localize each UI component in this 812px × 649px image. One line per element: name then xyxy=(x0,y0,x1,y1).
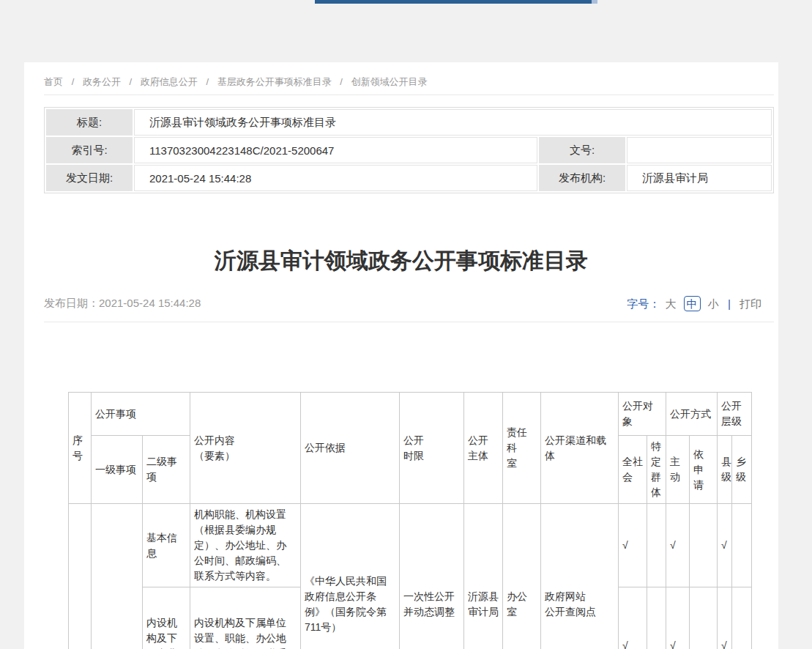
article-toolbar: 发布日期：2021-05-24 15:44:28 字号： 大 中 小 | 打印 xyxy=(44,296,761,311)
cell-item-l1 xyxy=(92,504,143,649)
cell-mark-active: √ xyxy=(666,587,690,649)
cell-mark-all: √ xyxy=(619,587,647,649)
cell-mark-town xyxy=(732,587,752,649)
meta-agency-value: 沂源县审计局 xyxy=(627,165,772,191)
meta-docno-value xyxy=(627,137,772,163)
col-header-seq: 序 号 xyxy=(69,393,92,504)
top-nav-active-indicator xyxy=(315,0,592,4)
cell-item-l2: 基本信 息 xyxy=(143,504,190,587)
breadcrumb-link-info[interactable]: 政府信息公开 xyxy=(141,76,198,87)
font-size-tools: 字号： 大 中 小 | 打印 xyxy=(627,296,761,311)
col-header-item-l1: 一级事项 xyxy=(92,436,143,504)
col-header-target-specific: 特 定 群 体 xyxy=(647,436,666,504)
cell-basis: 《中华人民共和国 政府信息公开条 例》（国务院令第 711号） xyxy=(301,504,400,649)
meta-docno-label: 文号: xyxy=(539,137,625,163)
col-header-time-limit: 公开 时限 xyxy=(400,393,464,504)
col-header-level-group: 公开 层级 xyxy=(718,393,752,436)
font-size-label: 字号： xyxy=(627,297,660,310)
cell-content: 内设机构及下属单位 设置、职能、办公地 址、办公时间、联系 方式、负责人姓名等 xyxy=(190,587,301,649)
cell-dept: 办公室 xyxy=(503,504,541,649)
cell-mark-request xyxy=(690,504,718,587)
cell-subject: 沂源县 审计局 xyxy=(464,504,503,649)
breadcrumb-separator: / xyxy=(340,76,343,87)
cell-content: 机构职能、机构设置 （根据县委编办规 定）、办公地址、办 公时间、邮政编码、 联… xyxy=(190,504,301,587)
toolbar-divider-line xyxy=(44,322,774,322)
publish-date-label: 发布日期： xyxy=(44,297,99,309)
cell-mark-active: √ xyxy=(666,504,690,587)
cell-time-limit: 一次性公开 并动态调整 xyxy=(400,504,464,649)
catalog-table-container: 序 号 公开事项 公开内容 （要素） 公开依据 公开 时限 公开 主体 责任科 … xyxy=(68,392,778,649)
print-button[interactable]: 打印 xyxy=(740,297,761,310)
cell-mark-town xyxy=(732,504,752,587)
top-nav-indicator-tip xyxy=(592,0,597,4)
breadcrumb-separator: / xyxy=(72,76,75,87)
cell-mark-specific xyxy=(647,587,666,649)
breadcrumb-link-zhengwu[interactable]: 政务公开 xyxy=(83,76,121,87)
breadcrumb-separator: / xyxy=(206,76,209,87)
breadcrumb-link-home[interactable]: 首页 xyxy=(44,76,63,87)
meta-index-label: 索引号: xyxy=(46,137,133,163)
col-header-item-group: 公开事项 xyxy=(92,393,190,436)
cell-mark-specific xyxy=(647,504,666,587)
breadcrumb-link-innovation[interactable]: 创新领域公开目录 xyxy=(351,76,428,87)
publish-date: 发布日期：2021-05-24 15:44:28 xyxy=(44,297,201,311)
meta-date-label: 发文日期: xyxy=(46,165,133,191)
cell-mark-all: √ xyxy=(619,504,647,587)
col-header-content: 公开内容 （要素） xyxy=(190,393,301,504)
table-row: 基本信 息 机构职能、机构设置 （根据县委编办规 定）、办公地址、办 公时间、邮… xyxy=(69,504,752,587)
font-size-small-button[interactable]: 小 xyxy=(708,297,719,310)
col-header-target-all: 全社 会 xyxy=(619,436,647,504)
page-title: 沂源县审计领域政务公开事项标准目录 xyxy=(24,246,778,276)
col-header-level-town: 乡 级 xyxy=(732,436,752,504)
meta-date-value: 2021-05-24 15:44:28 xyxy=(134,165,537,191)
content-card: 首页 / 政务公开 / 政府信息公开 / 基层政务公开事项标准目录 / 创新领域… xyxy=(24,62,778,649)
font-size-large-button[interactable]: 大 xyxy=(665,297,676,310)
meta-agency-label: 发布机构: xyxy=(539,165,625,191)
breadcrumb-divider xyxy=(44,94,774,95)
col-header-method-active: 主 动 xyxy=(666,436,690,504)
breadcrumb-separator: / xyxy=(130,76,133,87)
breadcrumb: 首页 / 政务公开 / 政府信息公开 / 基层政务公开事项标准目录 / 创新领域… xyxy=(24,62,778,89)
font-size-medium-button[interactable]: 中 xyxy=(684,296,701,311)
toolbar-divider: | xyxy=(728,297,731,310)
col-header-subject: 公开 主体 xyxy=(464,393,503,504)
document-meta-table: 标题: 沂源县审计领域政务公开事项标准目录 索引号: 1137032300422… xyxy=(44,107,774,193)
meta-title-label: 标题: xyxy=(46,109,133,136)
cell-seq xyxy=(69,504,92,649)
cell-mark-county: √ xyxy=(718,587,732,649)
cell-channel: 政府网站 公开查阅点 xyxy=(541,504,619,649)
meta-title-value: 沂源县审计领域政务公开事项标准目录 xyxy=(134,109,772,136)
breadcrumb-link-catalog[interactable]: 基层政务公开事项标准目录 xyxy=(217,76,332,87)
cell-mark-request xyxy=(690,587,718,649)
catalog-table: 序 号 公开事项 公开内容 （要素） 公开依据 公开 时限 公开 主体 责任科 … xyxy=(68,392,752,649)
cell-item-l2: 内设机 构及下 属事业 单位 xyxy=(143,587,190,649)
col-header-method-request: 依申 请 xyxy=(690,436,718,504)
col-header-target-group: 公开对 象 xyxy=(619,393,666,436)
publish-date-value: 2021-05-24 15:44:28 xyxy=(99,297,201,309)
col-header-channel: 公开渠道和载 体 xyxy=(541,393,619,504)
col-header-method-group: 公开方式 xyxy=(666,393,718,436)
col-header-level-county: 县 级 xyxy=(718,436,732,504)
meta-index-value: 11370323004223148C/2021-5200647 xyxy=(134,137,537,163)
col-header-item-l2: 二级事 项 xyxy=(143,436,190,504)
cell-mark-county: √ xyxy=(718,504,732,587)
col-header-dept: 责任科 室 xyxy=(503,393,541,504)
col-header-basis: 公开依据 xyxy=(301,393,400,504)
